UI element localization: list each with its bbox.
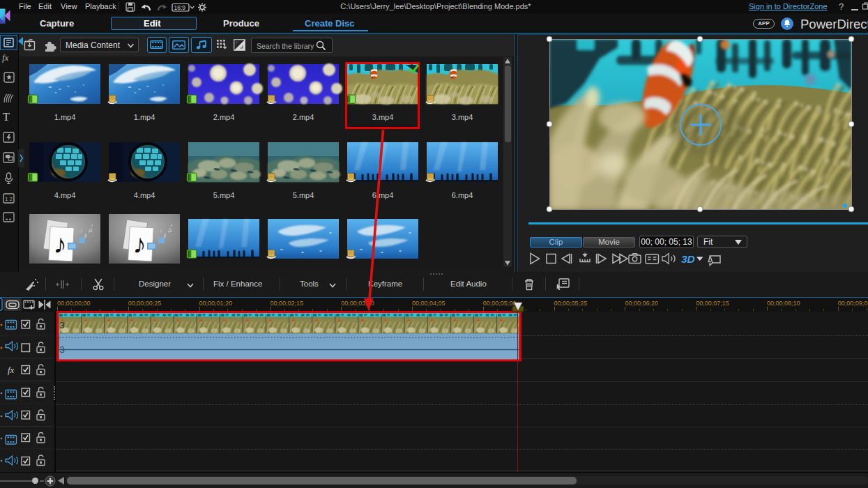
svg-text:00;00;07;15: 00;00;07;15 xyxy=(696,300,729,307)
svg-text:00;00;09;05: 00;00;09;05 xyxy=(838,300,868,307)
svg-text:00;00;00;00: 00;00;00;00 xyxy=(57,300,91,307)
svg-text:00;00;04;05: 00;00;04;05 xyxy=(412,300,446,307)
svg-text:3: 3 xyxy=(60,320,65,330)
svg-text:00;00;01;20: 00;00;01;20 xyxy=(199,300,233,307)
svg-text:3D: 3D xyxy=(681,253,695,265)
svg-text:3: 3 xyxy=(60,344,65,355)
svg-text:00;00;05;25: 00;00;05;25 xyxy=(554,300,588,307)
svg-text:00;00;02;15: 00;00;02;15 xyxy=(270,300,303,307)
svg-text:fx: fx xyxy=(8,365,15,375)
svg-text:1 2: 1 2 xyxy=(5,196,12,202)
svg-text:00;00;06;20: 00;00;06;20 xyxy=(625,300,658,307)
svg-text:00;00;00;25: 00;00;00;25 xyxy=(128,300,162,307)
svg-text:00;00;08;10: 00;00;08;10 xyxy=(767,300,800,307)
svg-text:16:9: 16:9 xyxy=(174,4,186,11)
